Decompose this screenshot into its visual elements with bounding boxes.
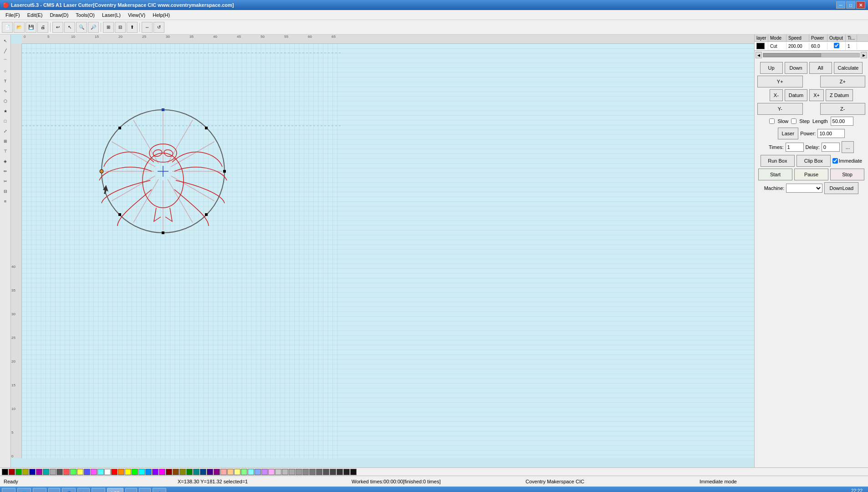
- slow-checkbox[interactable]: [769, 118, 775, 124]
- color-swatch-0[interactable]: [2, 469, 8, 475]
- color-swatch-49[interactable]: [337, 469, 343, 475]
- menu-help[interactable]: Help(H): [149, 11, 174, 19]
- x-minus-button[interactable]: X-: [770, 89, 783, 101]
- color-swatch-2[interactable]: [15, 469, 22, 475]
- z-datum-button[interactable]: Z Datum: [826, 89, 853, 101]
- color-swatch-27[interactable]: [186, 469, 193, 475]
- tool-arc[interactable]: ⌒: [1, 56, 10, 66]
- color-swatch-36[interactable]: [248, 469, 254, 475]
- menu-laser[interactable]: Laser(L): [98, 11, 124, 19]
- snowflake2-button[interactable]: ❄: [139, 488, 151, 492]
- color-swatch-37[interactable]: [255, 469, 261, 475]
- color-swatch-21[interactable]: [145, 469, 152, 475]
- new-button[interactable]: 📄: [2, 22, 13, 33]
- undo-button[interactable]: ↩: [52, 22, 63, 33]
- align-button[interactable]: ⊟: [115, 22, 126, 33]
- color-swatch-18[interactable]: [125, 469, 131, 475]
- y-plus-button[interactable]: Y+: [757, 76, 803, 87]
- color-swatch-32[interactable]: [220, 469, 227, 475]
- stop-button[interactable]: Stop: [830, 169, 864, 180]
- menu-tools[interactable]: Tools(O): [72, 11, 98, 19]
- scroll-right-arrow[interactable]: ▶: [861, 52, 867, 58]
- x-plus-button[interactable]: X+: [809, 89, 824, 101]
- tool-measure[interactable]: ⊤: [1, 147, 10, 156]
- output-checkbox[interactable]: [834, 43, 839, 48]
- color-swatch-42[interactable]: [289, 469, 295, 475]
- length-input[interactable]: [831, 117, 853, 126]
- color-swatch-25[interactable]: [173, 469, 179, 475]
- tool-cut[interactable]: ✂: [1, 177, 10, 186]
- media-button[interactable]: ▶: [48, 488, 60, 492]
- select-button[interactable]: ↖: [64, 22, 75, 33]
- color-swatch-12[interactable]: [84, 469, 90, 475]
- calculate-button[interactable]: Calculate: [834, 62, 863, 74]
- start-menu-button[interactable]: ⊞: [2, 488, 15, 492]
- tool-star[interactable]: ★: [1, 107, 10, 116]
- pause-button[interactable]: Pause: [794, 169, 828, 180]
- print-button[interactable]: 🖨: [37, 22, 48, 33]
- color-swatch-23[interactable]: [159, 469, 165, 475]
- color-swatch-34[interactable]: [234, 469, 240, 475]
- import-button[interactable]: ⬆: [127, 22, 138, 33]
- tool-line[interactable]: ╱: [1, 46, 10, 56]
- color-swatch-6[interactable]: [43, 469, 49, 475]
- color-swatch-29[interactable]: [200, 469, 206, 475]
- browser-button[interactable]: 🔵: [62, 488, 76, 492]
- color-swatch-31[interactable]: [214, 469, 220, 475]
- h-scroll-bar[interactable]: [763, 53, 860, 57]
- tool-pen[interactable]: ✏: [1, 167, 10, 176]
- main-canvas[interactable]: [22, 44, 754, 458]
- start-button[interactable]: Start: [758, 169, 792, 180]
- color-swatch-14[interactable]: [97, 469, 104, 475]
- color-swatch-41[interactable]: [282, 469, 288, 475]
- color-swatch-33[interactable]: [227, 469, 234, 475]
- lasercut-taskbar[interactable]: LC5: [107, 488, 123, 492]
- menu-file[interactable]: File(F): [2, 11, 24, 19]
- color-swatch-10[interactable]: [70, 469, 77, 475]
- power-input[interactable]: [817, 129, 845, 138]
- color-swatch-28[interactable]: [193, 469, 199, 475]
- color-swatch-20[interactable]: [138, 469, 145, 475]
- open-button[interactable]: 📂: [14, 22, 25, 33]
- color-swatch-13[interactable]: [91, 469, 97, 475]
- color-swatch-48[interactable]: [330, 469, 336, 475]
- immediate-checkbox[interactable]: [832, 158, 838, 164]
- times-input[interactable]: [786, 143, 804, 152]
- color-swatch-46[interactable]: [316, 469, 322, 475]
- color-swatch-4[interactable]: [29, 469, 36, 475]
- color-swatch-26[interactable]: [179, 469, 186, 475]
- close-button[interactable]: ✕: [856, 1, 865, 9]
- down-button[interactable]: Down: [785, 62, 807, 74]
- run-box-button[interactable]: Run Box: [761, 155, 795, 167]
- color-swatch-9[interactable]: [63, 469, 70, 475]
- explorer-button[interactable]: 📁: [33, 488, 46, 492]
- z-plus-button[interactable]: Z+: [820, 76, 866, 87]
- app3-button[interactable]: 🔷: [153, 488, 166, 492]
- drawing-area[interactable]: [22, 44, 754, 458]
- color-swatch-1[interactable]: [9, 469, 15, 475]
- menu-view[interactable]: View(V): [124, 11, 149, 19]
- tool-node[interactable]: ◈: [1, 157, 10, 166]
- color-swatch-11[interactable]: [77, 469, 83, 475]
- tool-pointer[interactable]: ↖: [1, 36, 10, 46]
- color-swatch-16[interactable]: [111, 469, 117, 475]
- app1-button[interactable]: ⚙: [77, 488, 90, 492]
- tool-grid[interactable]: ⊞: [1, 137, 10, 146]
- color-swatch-51[interactable]: [350, 469, 357, 475]
- color-swatch-3[interactable]: [22, 469, 29, 475]
- color-swatch-45[interactable]: [309, 469, 316, 475]
- maximize-button[interactable]: □: [846, 1, 855, 9]
- color-swatch-7[interactable]: [50, 469, 56, 475]
- zoom-in-button[interactable]: 🔍: [76, 22, 87, 33]
- machine-select[interactable]: [786, 184, 822, 193]
- color-swatch-5[interactable]: [36, 469, 42, 475]
- tool-transform[interactable]: ⤢: [1, 127, 10, 136]
- color-swatch-22[interactable]: [152, 469, 158, 475]
- snowflake1-button[interactable]: ❄: [125, 488, 137, 492]
- color-swatch-38[interactable]: [261, 469, 268, 475]
- minimize-button[interactable]: ─: [836, 1, 845, 9]
- color-swatch-19[interactable]: [132, 469, 138, 475]
- tool-polygon[interactable]: ⬡: [1, 97, 10, 106]
- canvas-area[interactable]: 0 5 10 15 20 25 30 35 40 45 50 55 60 65 …: [11, 35, 754, 467]
- delay-extra-button[interactable]: ...: [842, 141, 854, 153]
